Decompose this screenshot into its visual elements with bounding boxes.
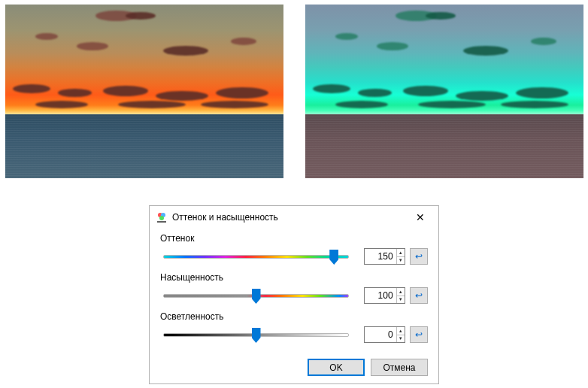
close-icon: ✕ [416, 211, 425, 223]
reset-icon: ↩ [415, 290, 423, 301]
hue-saturation-dialog: Оттенок и насыщенность ✕ Оттенок ▲ ▼ ↩ Н… [149, 205, 439, 384]
saturation-value[interactable] [365, 288, 396, 303]
lightness-spin-down[interactable]: ▼ [397, 335, 405, 343]
close-button[interactable]: ✕ [404, 207, 437, 228]
hue-label: Оттенок [160, 233, 428, 244]
lightness-slider[interactable] [163, 327, 349, 342]
saturation-slider[interactable] [163, 288, 349, 303]
saturation-reset-button[interactable]: ↩ [410, 287, 428, 304]
ok-button[interactable]: OK [308, 359, 365, 376]
cancel-button[interactable]: Отмена [371, 359, 428, 376]
hue-reset-button[interactable]: ↩ [410, 248, 428, 265]
reset-icon: ↩ [415, 329, 423, 340]
image-result [305, 5, 583, 178]
saturation-input[interactable]: ▲ ▼ [364, 287, 405, 304]
svg-rect-3 [157, 221, 166, 223]
svg-point-2 [159, 216, 164, 220]
hue-spin-down[interactable]: ▼ [397, 257, 405, 265]
lightness-thumb[interactable] [252, 328, 261, 343]
reset-icon: ↩ [415, 251, 423, 262]
lightness-value[interactable] [365, 327, 396, 342]
lightness-reset-button[interactable]: ↩ [410, 326, 428, 343]
saturation-spin-down[interactable]: ▼ [397, 296, 405, 304]
saturation-thumb[interactable] [252, 289, 261, 304]
lightness-input[interactable]: ▲ ▼ [364, 326, 405, 343]
image-original [5, 5, 283, 178]
lightness-spin-up[interactable]: ▲ [397, 327, 405, 335]
dialog-title: Оттенок и насыщенность [172, 212, 404, 223]
app-icon [156, 211, 168, 223]
hue-slider[interactable] [163, 249, 349, 264]
hue-input[interactable]: ▲ ▼ [364, 248, 405, 265]
saturation-spin-up[interactable]: ▲ [397, 288, 405, 296]
lightness-label: Осветленность [160, 311, 428, 322]
hue-value[interactable] [365, 249, 396, 264]
hue-spin-up[interactable]: ▲ [397, 249, 405, 257]
saturation-label: Насыщенность [160, 272, 428, 283]
titlebar[interactable]: Оттенок и насыщенность ✕ [150, 206, 438, 229]
hue-thumb[interactable] [329, 250, 338, 265]
